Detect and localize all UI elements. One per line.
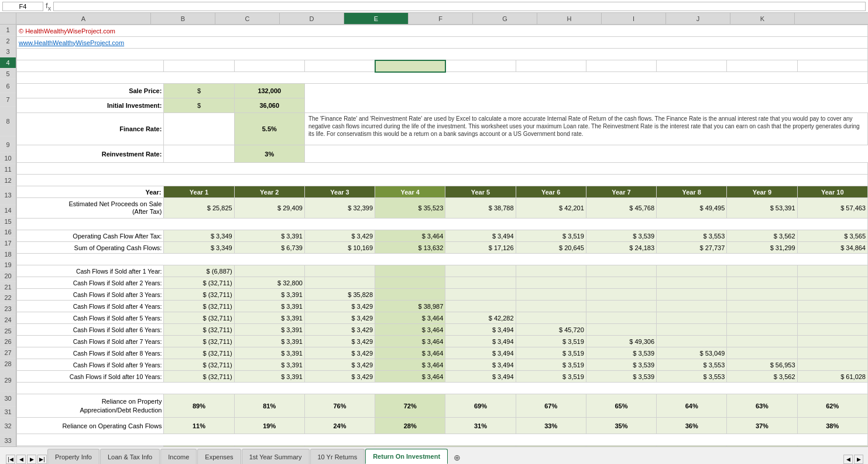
cf-sold-10-yr6: $ 3,519 [516,371,586,383]
cf-sold-9-yr5: $ 3,494 [445,359,516,371]
col-header-D[interactable]: D [280,13,344,24]
tab-income[interactable]: Income [160,449,197,464]
rn-13: 13 [0,186,16,205]
cf-sold-4-yr1: $ (32,711) [164,301,234,312]
name-box[interactable] [2,2,43,11]
cf-sold-8-yr8: $ 53,049 [657,347,727,359]
cf-sold-1-yr2 [234,265,304,277]
tab-scroll-arrows: |◀ ◀ ▶ ▶| [6,455,47,464]
selected-cell-f4[interactable] [375,60,445,72]
cf-sold-3-yr7 [586,289,656,301]
reinvestment-rate-value[interactable]: 3% [234,145,304,163]
cf-sold-4-yr5 [445,301,516,312]
col-header-B[interactable]: B [151,13,215,24]
net-proceeds-yr9: $ 53,391 [727,198,797,219]
tab-10yr-returns[interactable]: 10 Yr Returns [310,449,365,464]
cf-sold-3-yr2: $ 3,391 [234,289,304,301]
net-proceeds-yr8: $ 49,495 [657,198,727,219]
cf-sold-2-yr5 [445,277,516,289]
rn-29: 29 [0,369,16,391]
rn-26: 26 [0,336,16,347]
net-proceeds-yr3: $ 32,399 [304,198,375,219]
tab-add-button[interactable]: ⊕ [451,451,464,464]
tab-scroll-left[interactable]: ◀ [16,455,26,464]
cf-sold-2-yr3 [304,277,375,289]
cf-sold-10-yr4: $ 3,464 [375,371,445,383]
cf-sold-9-yr8: $ 3,553 [657,359,727,371]
rn-3: 3 [0,46,16,57]
cf-sold-7-yr2: $ 3,391 [234,336,304,347]
op-cf-yr5: $ 3,494 [445,230,516,242]
cf-sold-1-yr10 [797,265,867,277]
net-proceeds-label: Estimated Net Proceeds on Sale(After Tax… [17,198,164,219]
tab-expenses[interactable]: Expenses [197,449,241,464]
col-header-C[interactable]: C [215,13,280,24]
finance-rate-value[interactable]: 5.5% [234,113,304,145]
tab-scroll-right-right[interactable]: ▶| [37,455,47,464]
row-13-net-proceeds: Estimated Net Proceeds on Sale(After Tax… [17,198,868,219]
cf-sold-7-yr7: $ 49,306 [586,336,656,347]
row-21-cf-sold-4: Cash Flows if Sold after 4 Years: $ (32,… [17,301,868,312]
net-proceeds-yr7: $ 45,768 [586,198,656,219]
col-header-F[interactable]: F [409,13,473,24]
col-header-G[interactable]: G [473,13,537,24]
rel-prop-yr8: 64% [657,394,727,418]
cf-sold-5-yr5: $ 42,282 [445,312,516,324]
row-5 [17,72,868,84]
col-header-K[interactable]: K [730,13,795,24]
spreadsheet-container: fx A B C D E F G H I J K 1 2 3 4 5 6 7 8… [0,0,868,464]
tab-scroll-right[interactable]: ▶ [27,455,36,464]
cf-sold-9-yr2: $ 3,391 [234,359,304,371]
row-24-cf-sold-7: Cash Flows if Sold after 7 Years: $ (32,… [17,336,868,347]
rn-23: 23 [0,303,16,315]
col-header-H[interactable]: H [537,13,602,24]
cf-sold-5-yr4: $ 3,464 [375,312,445,324]
col-header-E[interactable]: E [344,13,409,24]
tab-property-info[interactable]: Property Info [47,449,100,464]
op-cf-yr10: $ 3,565 [797,230,867,242]
formula-input[interactable] [53,2,866,11]
reinvestment-rate-label: Reinvestment Rate: [17,145,164,163]
cf-sold-4-yr10 [797,301,867,312]
rn-17: 17 [0,238,16,249]
cf-sold-8-yr2: $ 3,391 [234,347,304,359]
tab-scroll-left-left[interactable]: |◀ [6,455,15,464]
rn-15: 15 [0,216,16,227]
col-header-I[interactable]: I [602,13,666,24]
year-header-1: Year 1 [164,186,234,198]
cf-sold-6-yr6: $ 45,720 [516,324,586,336]
col-header-J[interactable]: J [666,13,730,24]
row-20-cf-sold-3: Cash Flows if Sold after 3 Years: $ (32,… [17,289,868,301]
cf-sold-6-label: Cash Flows if Sold after 6 Years: [17,324,164,336]
irr-yr2: 0% [234,446,304,447]
cf-sold-6-yr5: $ 3,494 [445,324,516,336]
op-cf-yr2: $ 3,391 [234,230,304,242]
rel-prop-yr3: 76% [304,394,375,418]
tab-roi[interactable]: Return On Investment [365,449,448,464]
cf-sold-1-yr7 [586,265,656,277]
rn-18: 18 [0,249,16,260]
row-9-reinvestment: Reinvestment Rate: 3% [17,145,868,163]
cf-sold-1-yr9 [727,265,797,277]
row-7-investment: Initial Investment: $ 36,060 [17,98,868,113]
cf-sold-6-yr7 [586,324,656,336]
rn-27: 27 [0,347,16,359]
cf-sold-1-label: Cash Flows if Sold after 1 Year: [17,265,164,277]
col-header-A[interactable]: A [16,13,151,24]
tab-nav-arr2[interactable]: ▶ [854,455,863,464]
tab-nav-arr[interactable]: ◀ [843,455,853,464]
cf-sold-2-yr9 [727,277,797,289]
cf-sold-4-label: Cash Flows if Sold after 4 Years: [17,301,164,312]
tab-loan-tax-info[interactable]: Loan & Tax Info [100,449,160,464]
tab-1st-year-summary[interactable]: 1st Year Summary [242,449,310,464]
sale-price-value[interactable]: 132,000 [234,84,304,98]
initial-investment-value[interactable]: 36,060 [234,98,304,113]
row-17 [17,254,868,265]
cf-sold-9-yr4: $ 3,464 [375,359,445,371]
rn-21: 21 [0,282,16,293]
rn-1: 1 [0,25,16,36]
cf-sold-1-yr4 [375,265,445,277]
row-26-cf-sold-9: Cash Flows if Sold after 9 Years: $ (32,… [17,359,868,371]
year-header-3: Year 3 [304,186,375,198]
brand-line2[interactable]: www.HealthWealthyWiseProject.com [17,37,868,49]
